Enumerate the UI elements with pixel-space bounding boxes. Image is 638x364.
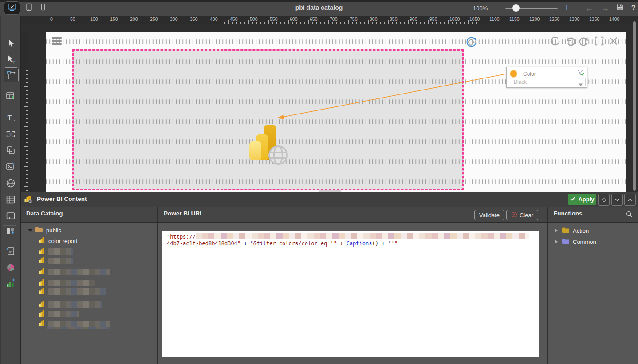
close-canvas-icon[interactable] [607,35,619,49]
web-content-tool[interactable] [4,176,18,190]
tree-item-redacted[interactable] [21,319,157,328]
undo-icon[interactable] [564,35,576,49]
pie-chart-tool[interactable] [4,260,18,274]
collapse-up-button[interactable] [624,194,636,206]
tree-item-redacted[interactable] [21,278,157,287]
help-button[interactable]: ? [631,4,636,12]
powerbi-report-icon [39,287,46,296]
toolbar-divider [3,70,16,70]
nav-back-button[interactable]: ← [585,4,594,12]
tree-item-redacted[interactable] [21,287,157,296]
zoom-out-button[interactable]: − [494,4,499,12]
color-mapping-widget[interactable]: Color Black [506,67,587,88]
tree-item-redacted[interactable] [21,309,157,318]
functions-folder-label: Common [573,239,596,245]
rotate-reset-icon[interactable] [465,36,478,51]
redacted-url-segment [196,233,529,239]
diamond-button[interactable] [598,194,610,206]
save-button[interactable] [616,3,624,13]
url-expression-editor[interactable]: "https://44b7-ac1f-bed8b418d304" + "&fil… [162,231,539,357]
select-tool[interactable] [4,36,18,51]
diamond-icon [601,196,607,203]
functions-tree: ActionCommon [548,223,638,364]
dropdown-value: Black [514,79,527,85]
shape-tool[interactable] [4,143,18,157]
tree-item-redacted[interactable] [21,247,157,256]
apply-button[interactable]: Apply [568,194,596,205]
redacted-label [48,288,106,295]
powerbi-report-icon [39,268,46,276]
widget-label: Color [523,71,536,77]
text-tool[interactable]: T [4,110,18,125]
app-designer-window: pbi data catalog 100% − + ← → ? ✕ 050100… [0,0,638,364]
image-tool[interactable] [4,160,18,174]
nav-forward-button[interactable]: → [601,4,610,12]
powerbi-small-icon [24,195,32,205]
redacted-label [48,280,95,286]
bar-chart-tool[interactable] [4,276,18,290]
tree-folder-label: public [46,227,61,234]
design-canvas[interactable]: Color Black [46,32,626,192]
form-tool[interactable] [4,244,18,258]
folder-icon [35,227,43,234]
collapse-down-button[interactable] [611,194,623,206]
zoom-slider[interactable] [505,8,558,9]
vertical-ruler: 050100150200250300350 [20,32,28,192]
redo-icon[interactable] [579,35,591,49]
tree-item-redacted[interactable] [21,267,157,276]
color-value-dropdown[interactable]: Black [511,78,586,86]
grid-action-tool[interactable] [4,89,18,103]
redacted-label [48,321,110,327]
clear-circle-x-icon [511,211,517,219]
functions-folder-label: Action [573,227,589,234]
titlebar: pbi data catalog 100% − + ← → ? ✕ [0,0,638,16]
tree-item-report[interactable]: color report [21,236,157,245]
check-icon [570,196,576,203]
chevron-down-icon [614,196,621,203]
folder-icon [562,238,570,246]
fullscreen-icon[interactable] [593,35,605,49]
dock-title: Power BI Content [37,196,87,202]
label-tool[interactable]: T [4,127,18,141]
toolbar-divider [3,92,16,92]
canvas-vertical-scrollbar[interactable] [633,21,636,191]
chevron-down-icon [579,81,583,89]
powerbi-report-icon [39,310,46,318]
multi-select-tool[interactable] [4,52,18,67]
powerbi-report-icon [39,320,46,328]
triangle-down-icon[interactable] [28,227,32,234]
powerbi-report-icon [39,237,46,245]
reset-view-icon[interactable] [549,35,561,49]
powerbi-url-panel: Power BI URL Validate Clear "https://44b… [158,207,547,364]
triangle-right-icon[interactable] [555,239,558,245]
functions-folder-action[interactable]: Action [548,226,638,235]
binding-arrow [46,32,626,192]
svg-text:T: T [8,114,12,122]
functions-title: Functions [554,210,583,217]
search-icon[interactable] [626,211,633,219]
functions-folder-common[interactable]: Common [548,237,638,246]
redacted-label [48,311,79,317]
chevron-up-icon [627,196,634,203]
zoom-slider-knob[interactable] [512,4,520,12]
tree-item-label: color report [48,238,78,244]
tree-item-redacted[interactable] [21,256,157,265]
toolbar-divider [3,225,16,226]
validate-button[interactable]: Validate [474,210,504,220]
tree-item-redacted[interactable] [21,300,157,309]
tree-folder-public[interactable]: public [21,226,157,235]
svg-text:T: T [9,132,12,137]
redacted-label [48,269,110,275]
filter-check-icon[interactable] [577,69,584,78]
powerbi-report-icon [39,247,46,256]
zoom-in-button[interactable]: + [564,3,570,13]
triangle-right-icon[interactable] [555,227,558,234]
table-tool[interactable] [4,192,18,207]
redacted-label [48,248,73,255]
connection-dot-icon[interactable] [510,70,517,78]
folder-icon [562,227,570,235]
data-catalog-panel: Data Catalog publiccolor report [21,207,157,364]
layout-tool[interactable] [4,224,18,238]
clear-button[interactable]: Clear [506,210,538,220]
panel-tool[interactable] [4,209,18,223]
